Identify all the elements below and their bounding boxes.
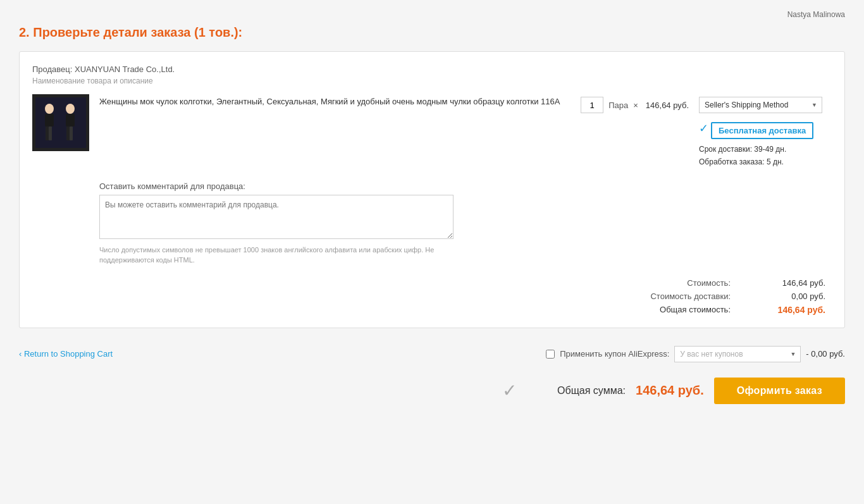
bottom-bar: ‹ Return to Shopping Cart Применить купо… — [19, 340, 845, 372]
cost-label: Стоимость: — [687, 278, 731, 288]
product-pricing: Пара × 146,64 руб. — [581, 94, 689, 113]
checkout-button[interactable]: Оформить заказ — [714, 378, 845, 404]
grand-total-label: Общая стоимость: — [660, 305, 731, 315]
svg-rect-0 — [35, 97, 86, 148]
totals-section: Стоимость: 146,64 руб. Стоимость доставк… — [32, 278, 832, 315]
svg-point-1 — [45, 104, 54, 114]
column-header: Наименование товара и описание — [32, 77, 832, 85]
v-mark-icon: ✓ — [502, 380, 517, 401]
shipping-dropdown-wrapper[interactable]: Seller's Shipping Method — [699, 97, 822, 113]
comment-textarea[interactable] — [99, 195, 454, 239]
comment-hint: Число допустимых символов не превышает 1… — [99, 245, 454, 266]
cost-value: 146,64 руб. — [768, 278, 825, 288]
coupon-section: Применить купон AliExpress: У вас нет ку… — [546, 346, 845, 362]
unit-label: Пара — [608, 101, 628, 110]
cost-row: Стоимость: 146,64 руб. — [604, 278, 825, 288]
coupon-select[interactable]: У вас нет купонов — [674, 346, 801, 362]
svg-point-5 — [66, 104, 75, 114]
shipping-cost-row: Стоимость доставки: 0,00 руб. — [604, 292, 825, 301]
shipping-dropdown[interactable]: Seller's Shipping Method — [699, 97, 822, 113]
coupon-checkbox[interactable] — [546, 350, 555, 359]
product-image — [32, 94, 89, 151]
page-title: 2. Проверьте детали заказа (1 тов.): — [19, 25, 845, 40]
svg-rect-6 — [66, 114, 75, 126]
order-total-label: Общая сумма: — [557, 385, 626, 396]
svg-rect-3 — [46, 126, 49, 140]
seller-info: Продавец: XUANYUAN Trade Co.,Ltd. — [32, 65, 832, 74]
quantity-input[interactable] — [581, 97, 603, 113]
coupon-label: Применить купон AliExpress: — [560, 349, 669, 359]
svg-rect-4 — [49, 126, 52, 140]
comment-section: Оставить комментарий для продавца: Число… — [32, 181, 832, 266]
grand-total-value: 146,64 руб. — [768, 305, 825, 315]
shipping-cost-value: 0,00 руб. — [768, 292, 825, 301]
svg-rect-7 — [66, 126, 70, 140]
svg-rect-8 — [70, 126, 73, 140]
top-bar: Nastya Malinowa — [19, 6, 845, 25]
multiply-sign: × — [633, 101, 638, 110]
return-to-cart-link[interactable]: ‹ Return to Shopping Cart — [19, 349, 113, 359]
order-total-value: 146,64 руб. — [636, 383, 704, 398]
grand-total-row: Общая стоимость: 146,64 руб. — [604, 305, 825, 315]
free-shipping-badge: Бесплатная доставка — [711, 122, 813, 139]
order-card: Продавец: XUANYUAN Trade Co.,Ltd. Наимен… — [19, 51, 845, 328]
delivery-info: Срок доставки: 39-49 дн. Обработка заказ… — [699, 143, 832, 169]
svg-rect-2 — [45, 114, 54, 126]
product-row: Женщины мок чулок колготки, Элегантный, … — [32, 94, 832, 169]
product-price: 146,64 руб. — [646, 101, 689, 110]
coupon-discount: - 0,00 руб. — [806, 349, 845, 359]
shipping-cost-label: Стоимость доставки: — [650, 292, 731, 301]
shipping-section: Seller's Shipping Method ✓ Бесплатная до… — [699, 94, 832, 169]
comment-label: Оставить комментарий для продавца: — [99, 181, 832, 191]
bottom-actions: ✓ Общая сумма: 146,64 руб. Оформить зака… — [19, 378, 845, 404]
product-name: Женщины мок чулок колготки, Элегантный, … — [99, 94, 571, 106]
checkmark-icon: ✓ — [699, 121, 708, 135]
username-label: Nastya Malinowa — [787, 10, 845, 19]
coupon-select-wrapper[interactable]: У вас нет купонов — [674, 346, 801, 362]
